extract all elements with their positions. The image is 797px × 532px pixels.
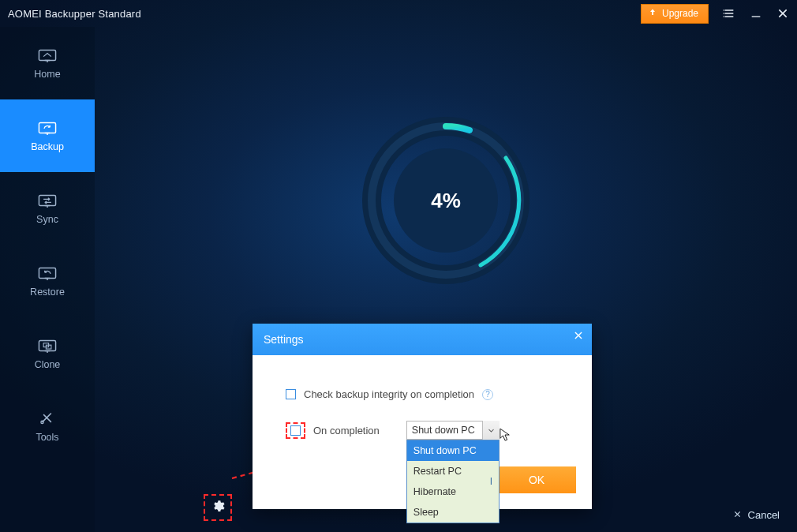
gear-icon	[211, 499, 225, 516]
sidebar-item-backup[interactable]: Backup	[0, 99, 95, 172]
dialog-body: Check backup integrity on completion ? O…	[253, 355, 592, 459]
upgrade-button[interactable]: Upgrade	[641, 4, 709, 24]
dialog-close-button[interactable]	[573, 330, 584, 343]
svg-rect-5	[39, 196, 55, 206]
on-completion-row: On completion Shut down PC Shut down PC …	[286, 421, 568, 440]
option-sleep[interactable]: Sleep	[407, 502, 499, 523]
upgrade-icon	[648, 8, 657, 20]
title-bar: AOMEI Backupper Standard Upgrade	[0, 0, 797, 27]
on-completion-select[interactable]: Shut down PC Shut down PC Restart PC Hib…	[406, 421, 500, 440]
settings-dialog: Settings Check backup integrity on compl…	[253, 324, 592, 509]
svg-rect-4	[39, 123, 55, 133]
clone-icon	[37, 337, 58, 354]
help-icon[interactable]: ?	[482, 389, 493, 400]
option-shut-down[interactable]: Shut down PC	[407, 440, 499, 461]
progress-percent: 4%	[359, 189, 533, 213]
menu-list-icon[interactable]	[723, 7, 735, 20]
settings-gear-button[interactable]	[204, 494, 232, 521]
close-small-icon	[733, 509, 742, 521]
on-completion-label: On completion	[313, 425, 380, 436]
titlebar-right: Upgrade	[641, 0, 789, 27]
sidebar-item-restore[interactable]: Restore	[0, 245, 95, 317]
restore-icon	[37, 264, 58, 282]
sidebar-item-label: Restore	[30, 287, 65, 298]
option-restart[interactable]: Restart PC	[407, 461, 499, 481]
minimize-icon[interactable]	[750, 7, 762, 20]
svg-point-2	[724, 16, 725, 17]
check-integrity-row: Check backup integrity on completion ?	[286, 388, 568, 400]
annotation-highlight-checkbox	[286, 422, 305, 439]
sidebar-item-label: Sync	[36, 214, 58, 225]
ok-button[interactable]: OK	[497, 466, 576, 493]
cancel-label: Cancel	[748, 509, 780, 521]
svg-point-0	[724, 9, 725, 11]
check-integrity-checkbox[interactable]	[286, 389, 296, 399]
dialog-titlebar: Settings	[253, 324, 592, 355]
dialog-title: Settings	[264, 333, 304, 346]
sync-icon	[37, 192, 58, 209]
mouse-cursor-icon	[500, 428, 511, 444]
check-integrity-label: Check backup integrity on completion	[304, 388, 474, 400]
option-hibernate[interactable]: Hibernate	[407, 481, 499, 502]
app-root: AOMEI Backupper Standard Upgrade Home	[0, 0, 797, 532]
on-completion-dropdown: Shut down PC Restart PC Hibernate Sleep	[406, 440, 500, 523]
chevron-down-icon	[482, 421, 500, 440]
sidebar-item-label: Tools	[36, 432, 58, 443]
cancel-button[interactable]: Cancel	[733, 509, 780, 521]
window-title: AOMEI Backupper Standard	[8, 8, 141, 20]
sidebar: Home Backup Sync Restore Clone Tools	[0, 27, 95, 532]
dialog-cancel-peek: l	[490, 475, 492, 487]
tools-icon	[37, 410, 58, 427]
upgrade-label: Upgrade	[662, 8, 698, 19]
sidebar-item-label: Clone	[35, 359, 61, 370]
sidebar-item-tools[interactable]: Tools	[0, 390, 95, 463]
backup-icon	[37, 119, 58, 137]
sidebar-item-clone[interactable]: Clone	[0, 317, 95, 390]
close-icon	[573, 330, 584, 341]
close-icon[interactable]	[776, 7, 789, 20]
progress-ring: 4%	[359, 114, 533, 287]
sidebar-item-sync[interactable]: Sync	[0, 172, 95, 245]
svg-rect-3	[39, 51, 55, 61]
sidebar-item-label: Home	[34, 69, 60, 80]
sidebar-item-home[interactable]: Home	[0, 27, 95, 99]
on-completion-checkbox[interactable]	[290, 425, 301, 436]
home-icon	[37, 47, 58, 64]
svg-point-1	[724, 13, 725, 14]
sidebar-item-label: Backup	[31, 141, 64, 152]
svg-rect-6	[39, 268, 55, 279]
svg-point-10	[41, 421, 43, 423]
